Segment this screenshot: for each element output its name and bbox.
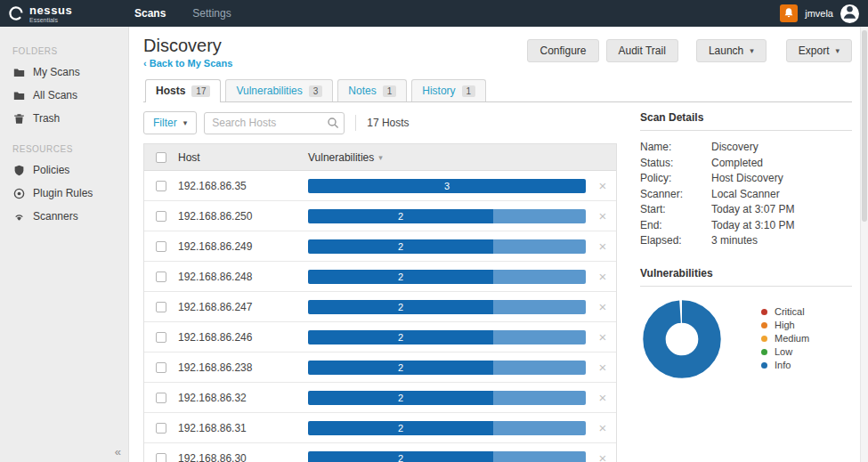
- vertical-scrollbar[interactable]: [860, 27, 868, 462]
- host-row[interactable]: 192.168.86.250 2 ×: [144, 201, 616, 231]
- scan-detail-field: Policy: Host Discovery: [640, 171, 852, 187]
- topnav-item[interactable]: Scans: [134, 7, 166, 20]
- vulnerabilities-column-header[interactable]: Vulnerabilities▾: [308, 151, 589, 164]
- action-button[interactable]: Export▾: [786, 39, 852, 62]
- row-checkbox[interactable]: [156, 423, 166, 434]
- vulnerability-bar[interactable]: 2: [308, 300, 586, 314]
- tab[interactable]: Notes 1: [337, 79, 407, 101]
- row-checkbox[interactable]: [156, 453, 166, 462]
- field-label: Elapsed:: [640, 233, 711, 249]
- remove-host-button[interactable]: ×: [599, 390, 607, 405]
- topnav-item[interactable]: Settings: [192, 7, 231, 20]
- search-hosts-input[interactable]: [204, 112, 345, 134]
- host-row[interactable]: 192.168.86.247 2 ×: [144, 292, 616, 322]
- remove-host-button[interactable]: ×: [599, 178, 607, 193]
- scrollbar-thumb[interactable]: [862, 30, 867, 222]
- vulnerability-bar[interactable]: 2: [308, 361, 586, 375]
- user-avatar[interactable]: [840, 4, 859, 23]
- legend-item: High: [761, 319, 809, 332]
- host-address: 192.168.86.30: [178, 452, 308, 462]
- remove-host-button[interactable]: ×: [599, 450, 607, 462]
- row-checkbox[interactable]: [156, 302, 166, 312]
- legend-label: High: [775, 319, 795, 332]
- vulnerability-count: 3: [444, 181, 450, 191]
- vulnerability-bar[interactable]: 2: [308, 451, 586, 462]
- row-checkbox[interactable]: [156, 181, 166, 191]
- hosts-table: Host Vulnerabilities▾ 192.168.86.35: [143, 143, 617, 462]
- row-checkbox[interactable]: [156, 362, 166, 373]
- notifications-button[interactable]: [780, 4, 798, 22]
- tab-label: Hosts: [156, 85, 185, 97]
- field-label: Start:: [640, 202, 711, 218]
- policy-icon: [12, 165, 25, 176]
- bar-rest-segment: [493, 391, 586, 405]
- row-checkbox[interactable]: [156, 211, 166, 222]
- remove-host-button[interactable]: ×: [599, 239, 607, 254]
- action-button[interactable]: Configure▾: [527, 39, 598, 62]
- host-column-header[interactable]: Host: [178, 151, 308, 164]
- row-checkbox[interactable]: [156, 272, 166, 282]
- vulnerability-bar[interactable]: 2: [308, 209, 586, 223]
- vulnerability-bar[interactable]: 2: [308, 391, 586, 405]
- action-button[interactable]: Launch▾: [696, 39, 767, 62]
- bar-rest-segment: [493, 239, 586, 254]
- host-row[interactable]: 192.168.86.31 2 ×: [144, 413, 616, 443]
- legend-label: Low: [775, 345, 792, 359]
- host-row[interactable]: 192.168.86.35 3 ×: [144, 171, 616, 201]
- row-checkbox[interactable]: [156, 393, 166, 403]
- sidebar: FOLDERS My Scans All Scans: [0, 27, 129, 462]
- bar-fill-segment: 2: [308, 239, 493, 254]
- action-button[interactable]: Audit Trail▾: [606, 39, 678, 62]
- field-label: Scanner:: [640, 187, 711, 203]
- vulnerability-bar[interactable]: 2: [308, 330, 586, 344]
- filter-button[interactable]: Filter▾: [143, 111, 197, 134]
- sidebar-item[interactable]: Plugin Rules: [0, 182, 128, 205]
- scan-detail-field: Elapsed: 3 minutes: [640, 233, 852, 249]
- vulnerability-bar[interactable]: 2: [308, 421, 586, 435]
- resources-section: RESOURCES Policies Plugin Rules: [0, 144, 128, 228]
- legend-label: Medium: [775, 332, 809, 345]
- remove-host-button[interactable]: ×: [599, 420, 607, 435]
- vulnerability-bar[interactable]: 2: [308, 270, 586, 284]
- search-box: [204, 112, 345, 134]
- legend-item: Medium: [761, 332, 809, 345]
- vulnerability-count: 2: [398, 211, 403, 222]
- divider: [355, 115, 356, 131]
- bar-rest-segment: [493, 451, 586, 462]
- host-row[interactable]: 192.168.86.238 2 ×: [144, 353, 616, 383]
- tab[interactable]: History 1: [411, 79, 486, 101]
- severity-dot-icon: [761, 336, 767, 342]
- host-row[interactable]: 192.168.86.246 2 ×: [144, 322, 616, 353]
- nessus-logo[interactable]: nessus Essentials: [0, 4, 129, 23]
- remove-host-button[interactable]: ×: [599, 329, 607, 344]
- host-address: 192.168.86.32: [178, 392, 308, 404]
- remove-host-button[interactable]: ×: [599, 269, 607, 284]
- select-all-checkbox[interactable]: [156, 152, 166, 163]
- brand-subtitle: Essentials: [29, 17, 72, 23]
- tab[interactable]: Hosts 17: [145, 79, 221, 102]
- sidebar-collapse-button[interactable]: «: [115, 445, 121, 458]
- host-row[interactable]: 192.168.86.32 2 ×: [144, 383, 616, 413]
- bar-fill-segment: 2: [308, 270, 493, 284]
- tab[interactable]: Vulnerabilities 3: [225, 79, 333, 101]
- host-row[interactable]: 192.168.86.249 2 ×: [144, 231, 616, 262]
- field-label: Status:: [640, 156, 711, 172]
- host-row[interactable]: 192.168.86.248 2 ×: [144, 262, 616, 292]
- bar-fill-segment: 2: [308, 300, 493, 314]
- remove-host-button[interactable]: ×: [599, 208, 607, 223]
- sidebar-item[interactable]: All Scans: [0, 84, 128, 107]
- remove-host-button[interactable]: ×: [599, 299, 607, 314]
- vulnerability-bar[interactable]: 3: [308, 179, 586, 193]
- folder-icon: [12, 90, 25, 101]
- sidebar-item[interactable]: Scanners: [0, 205, 128, 228]
- field-value: 3 minutes: [711, 233, 758, 249]
- sidebar-item[interactable]: My Scans: [0, 61, 128, 84]
- host-row[interactable]: 192.168.86.30 2 ×: [144, 443, 616, 462]
- row-checkbox[interactable]: [156, 332, 166, 343]
- remove-host-button[interactable]: ×: [599, 360, 607, 375]
- sidebar-item[interactable]: Trash: [0, 107, 128, 130]
- sidebar-item[interactable]: Policies: [0, 158, 128, 182]
- row-checkbox[interactable]: [156, 241, 166, 252]
- back-to-my-scans-link[interactable]: ‹ Back to My Scans: [143, 58, 232, 69]
- vulnerability-bar[interactable]: 2: [308, 239, 586, 254]
